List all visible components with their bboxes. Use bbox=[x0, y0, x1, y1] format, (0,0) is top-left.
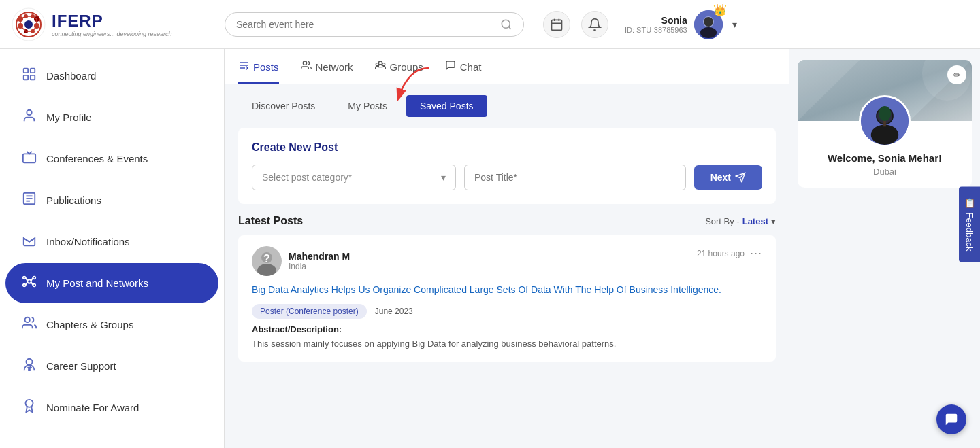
profile-icon bbox=[22, 108, 37, 126]
chat-tab-icon bbox=[445, 60, 456, 73]
svg-point-44 bbox=[23, 277, 26, 279]
network-tab-icon bbox=[301, 60, 312, 73]
chapters-icon bbox=[22, 315, 37, 334]
logo-area: IFERP connecting engineers... developing… bbox=[0, 7, 225, 42]
post-options-button[interactable]: ··· bbox=[750, 246, 762, 260]
sort-by-value: Latest bbox=[742, 216, 768, 226]
logo-text: IFERP connecting engineers... developing… bbox=[52, 12, 172, 37]
chevron-down-icon: ▾ bbox=[732, 19, 737, 30]
svg-point-58 bbox=[303, 61, 306, 65]
main-layout: Dashboard My Profile Conferences & Event… bbox=[0, 49, 980, 448]
sidebar-item-inbox-label: Inbox/Notifications bbox=[46, 236, 130, 247]
sidebar-item-my-profile[interactable]: My Profile bbox=[5, 97, 218, 137]
post-author-info: ? Mahendran M India bbox=[252, 246, 350, 276]
header-icons bbox=[543, 11, 608, 38]
crown-icon: 👑 bbox=[713, 3, 727, 16]
user-info: Sonia ID: STU-38785963 bbox=[625, 15, 687, 34]
calendar-icon bbox=[550, 18, 564, 31]
sidebar-item-conferences[interactable]: Conferences & Events bbox=[5, 139, 218, 179]
svg-line-48 bbox=[26, 278, 28, 281]
svg-point-46 bbox=[23, 284, 26, 287]
post-title-input[interactable] bbox=[464, 165, 686, 190]
sort-by-label: Sort By - bbox=[705, 216, 740, 226]
next-button[interactable]: Next bbox=[694, 165, 762, 190]
posts-tab-icon bbox=[238, 60, 249, 73]
red-arrow-indicator bbox=[361, 65, 442, 105]
svg-rect-32 bbox=[24, 75, 28, 80]
svg-point-43 bbox=[27, 279, 31, 283]
sidebar-item-conferences-label: Conferences & Events bbox=[46, 153, 148, 165]
post-header: ? Mahendran M India 21 hours ago ··· bbox=[252, 246, 762, 276]
search-box[interactable] bbox=[225, 12, 524, 37]
post-author-avatar: ? bbox=[252, 246, 282, 276]
sidebar-item-chapters-groups[interactable]: Chapters & Groups bbox=[5, 305, 218, 345]
tab-network-label: Network bbox=[316, 61, 353, 73]
calendar-button[interactable] bbox=[543, 11, 570, 38]
svg-point-75 bbox=[871, 125, 899, 145]
post-author-name: Mahendran M bbox=[289, 251, 350, 262]
post-card: ? Mahendran M India 21 hours ago ··· Big… bbox=[238, 235, 776, 362]
svg-line-51 bbox=[31, 282, 33, 286]
post-author-details: Mahendran M India bbox=[289, 251, 350, 271]
edit-icon: ✏ bbox=[953, 70, 961, 80]
svg-point-78 bbox=[879, 106, 891, 121]
post-abstract-label: Abstract/Description: bbox=[252, 324, 762, 334]
sidebar-item-my-post-networks-label: My Post and Networks bbox=[46, 277, 148, 289]
sidebar-item-career-support[interactable]: Career Support bbox=[5, 346, 218, 386]
feedback-label: Feedback bbox=[964, 212, 975, 251]
notifications-button[interactable] bbox=[581, 11, 608, 38]
post-date: June 2023 bbox=[375, 307, 413, 316]
tab-posts-label: Posts bbox=[253, 61, 279, 73]
header-center: Sonia ID: STU-38785963 👑 ▾ bbox=[225, 10, 966, 39]
sidebar-item-my-post-networks[interactable]: My Post and Networks bbox=[5, 263, 218, 303]
svg-point-45 bbox=[33, 277, 36, 279]
sidebar-item-dashboard-label: Dashboard bbox=[46, 70, 96, 82]
sidebar-item-dashboard[interactable]: Dashboard bbox=[5, 56, 218, 96]
svg-rect-33 bbox=[31, 75, 35, 80]
user-area[interactable]: Sonia ID: STU-38785963 👑 ▾ bbox=[625, 10, 737, 39]
profile-card-edit-button[interactable]: ✏ bbox=[947, 65, 966, 84]
search-input[interactable] bbox=[236, 19, 495, 30]
tab-chat-label: Chat bbox=[460, 61, 482, 73]
tab-chat[interactable]: Chat bbox=[445, 49, 482, 84]
user-name: Sonia bbox=[625, 15, 687, 26]
chat-bubble-button[interactable] bbox=[936, 404, 966, 434]
svg-point-19 bbox=[502, 20, 510, 28]
conferences-icon bbox=[22, 150, 37, 168]
sidebar: Dashboard My Profile Conferences & Event… bbox=[0, 49, 225, 448]
iferp-logo-icon bbox=[11, 7, 46, 42]
post-category-select[interactable]: Select post category* ▾ bbox=[252, 165, 456, 190]
sort-by-control[interactable]: Sort By - Latest ▾ bbox=[705, 216, 776, 226]
tab-posts[interactable]: Posts bbox=[238, 49, 279, 84]
right-sidebar: ✏ Welcome, S bbox=[789, 49, 980, 448]
career-icon bbox=[22, 357, 37, 375]
svg-rect-35 bbox=[23, 154, 35, 162]
dashboard-icon bbox=[22, 67, 37, 85]
tab-network[interactable]: Network bbox=[301, 49, 353, 84]
search-icon bbox=[500, 18, 512, 31]
subtab-discover[interactable]: Discover Posts bbox=[238, 95, 329, 117]
post-category-placeholder: Select post category* bbox=[262, 172, 352, 183]
main-tabs: Posts Network bbox=[225, 49, 789, 84]
latest-posts-header: Latest Posts Sort By - Latest ▾ bbox=[238, 215, 776, 227]
sidebar-item-publications[interactable]: Publications bbox=[5, 180, 218, 220]
post-author-country: India bbox=[289, 262, 350, 271]
content-area: Posts Network bbox=[225, 49, 980, 448]
next-button-label: Next bbox=[710, 172, 731, 183]
sidebar-item-my-profile-label: My Profile bbox=[46, 111, 92, 123]
svg-point-29 bbox=[700, 27, 717, 38]
bell-icon bbox=[588, 18, 602, 31]
create-post-title: Create New Post bbox=[252, 141, 762, 154]
user-id: ID: STU-38785963 bbox=[625, 26, 687, 34]
post-abstract-text: This session mainly focuses on applying … bbox=[252, 337, 762, 351]
feedback-tab[interactable]: 📋 Feedback bbox=[959, 186, 980, 262]
sidebar-item-publications-label: Publications bbox=[46, 194, 101, 206]
create-post-fields: Select post category* ▾ Next bbox=[252, 165, 762, 190]
post-title[interactable]: Big Data Analytics Helps Us Organize Com… bbox=[252, 283, 762, 297]
sidebar-item-inbox[interactable]: Inbox/Notifications bbox=[5, 222, 218, 262]
sidebar-item-nominate-award-label: Nominate For Award bbox=[46, 402, 139, 413]
post-time-menu: 21 hours ago ··· bbox=[697, 246, 762, 260]
sidebar-item-nominate-award[interactable]: Nominate For Award bbox=[5, 387, 218, 428]
svg-point-54 bbox=[26, 400, 33, 407]
svg-line-50 bbox=[26, 282, 28, 286]
